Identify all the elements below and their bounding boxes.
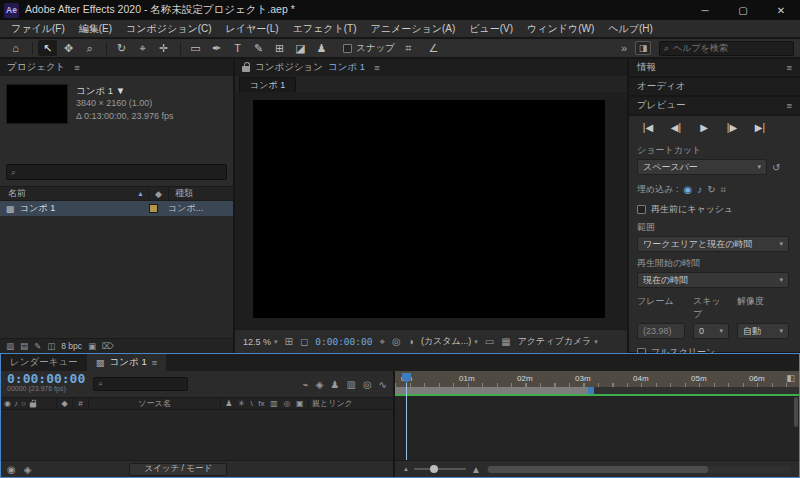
project-panel-header[interactable]: プロジェクト ≡ [0, 59, 233, 76]
minimize-button[interactable]: ─ [686, 0, 724, 20]
shortcut-dropdown[interactable]: スペースバー ▾ [637, 159, 767, 175]
range-dropdown[interactable]: ワークエリアと現在の時間 ▾ [637, 236, 789, 252]
menu-composition[interactable]: コンポジション(C) [119, 20, 219, 37]
magnification-dropdown[interactable]: 12.5 % ▾ [243, 337, 278, 347]
last-frame-button[interactable]: ▶| [749, 122, 771, 133]
selection-tool-icon[interactable]: ↖ [38, 40, 57, 56]
audio-panel-header[interactable]: オーディオ [629, 78, 800, 95]
transparency-grid-icon[interactable]: ▦ [501, 336, 510, 347]
switches-modes-button[interactable]: スイッチ / モード [129, 463, 227, 476]
audio-column-icon[interactable]: ♪ [14, 399, 18, 408]
clone-stamp-tool-icon[interactable]: ⊞ [270, 40, 289, 56]
menu-view[interactable]: ビュー(V) [462, 20, 520, 37]
preview-panel-header[interactable]: プレビュー ≡ [629, 97, 800, 114]
timeline-zoom-slider[interactable] [414, 468, 466, 470]
column-type[interactable]: 種類 [168, 187, 233, 200]
panel-menu-icon[interactable]: ≡ [786, 62, 792, 73]
panel-menu-icon[interactable]: ≡ [786, 100, 792, 111]
zoom-out-mountain-icon[interactable]: ▲ [403, 466, 409, 472]
motion-blur-switch-icon[interactable]: ◎ [283, 399, 290, 408]
cache-before-playback-checkbox[interactable] [637, 205, 646, 214]
shape-tool-icon[interactable]: ▭ [186, 40, 205, 56]
mask-visibility-icon[interactable]: ◻ [300, 336, 308, 347]
timeline-horizontal-scrollbar[interactable] [486, 466, 791, 473]
graph-editor-icon[interactable]: ∿ [379, 379, 387, 390]
pan-behind-tool-icon[interactable]: ✛ [154, 40, 173, 56]
label-column-icon[interactable]: ◆ [61, 399, 67, 408]
next-frame-button[interactable]: |▶ [721, 122, 743, 133]
delete-icon[interactable]: ⌦ [102, 341, 114, 351]
time-ruler[interactable]: 0m 01m 02m 03m 04m 05m 06m ◧ [395, 371, 799, 387]
new-folder-icon[interactable]: ▣ [88, 341, 96, 351]
project-row-comp1[interactable]: ▩ コンポ 1 コンポ... [0, 201, 233, 216]
help-search-input[interactable] [673, 43, 789, 53]
composition-canvas[interactable] [253, 100, 605, 318]
show-snapshot-icon[interactable]: ◎ [392, 336, 401, 347]
interpret-footage-icon[interactable]: ▥ [6, 341, 14, 351]
snap-option-icon[interactable]: ⌗ [399, 40, 418, 56]
include-audio-icon[interactable]: ♪ [697, 184, 702, 195]
brush-tool-icon[interactable]: ✎ [249, 40, 268, 56]
overlays-icon[interactable]: ⌗ [721, 184, 727, 196]
preview-resolution-dropdown[interactable]: 自動 ▾ [737, 323, 789, 339]
expand-layer-switches-icon[interactable]: ◉ [7, 464, 16, 475]
menu-help[interactable]: ヘルプ(H) [601, 20, 660, 37]
work-area-bar[interactable] [395, 387, 591, 394]
eraser-tool-icon[interactable]: ◪ [291, 40, 310, 56]
edit-icon[interactable]: ✎ [34, 341, 41, 351]
framerate-dropdown[interactable]: (23.98) [637, 323, 685, 339]
bit-depth-button[interactable]: 8 bpc [61, 341, 82, 351]
threed-switch-icon[interactable]: ▣ [296, 399, 304, 408]
draft-3d-icon[interactable]: ◈ [316, 379, 324, 390]
panel-menu-icon[interactable]: ≡ [152, 357, 158, 368]
number-column-icon[interactable]: # [78, 399, 82, 408]
orbit-camera-tool-icon[interactable]: ↻ [112, 40, 131, 56]
proxy-icon[interactable]: ▤ [20, 341, 28, 351]
zoom-slider-handle[interactable] [430, 465, 438, 473]
snapshot-icon[interactable]: ⌖ [379, 336, 385, 348]
menu-edit[interactable]: 編集(E) [72, 20, 119, 37]
solo-column-icon[interactable]: ○ [21, 399, 26, 408]
shy-switch-icon[interactable]: ♟ [225, 399, 232, 408]
column-label[interactable]: ◆ [148, 189, 168, 199]
collapse-switch-icon[interactable]: ✳ [238, 399, 245, 408]
horizontal-scrollbar-thumb[interactable] [488, 466, 708, 473]
lock-column-icon[interactable] [30, 402, 36, 407]
expand-transfer-controls-icon[interactable]: ◈ [24, 464, 32, 475]
maximize-button[interactable]: ▢ [724, 0, 762, 20]
include-video-icon[interactable]: ◉ [683, 184, 692, 195]
fx-switch-icon[interactable]: fx [258, 399, 264, 408]
composition-panel-header[interactable]: コンポジション コンポ 1 ≡ [235, 59, 627, 76]
panel-menu-icon[interactable]: ≡ [374, 62, 380, 73]
text-tool-icon[interactable]: T [228, 40, 247, 56]
toolbar-overflow-icon[interactable]: » [621, 42, 627, 54]
zoom-tool-icon[interactable]: ⌕ [80, 40, 99, 56]
pen-tool-icon[interactable]: ✒ [207, 40, 226, 56]
mini-flowchart-icon[interactable]: ⌁ [303, 379, 309, 390]
label-color-chip[interactable] [149, 204, 158, 213]
timeline-current-time[interactable]: 0:00:00:00 [7, 374, 85, 384]
hide-shy-layers-icon[interactable]: ♟ [330, 379, 339, 390]
tab-render-queue[interactable]: レンダーキュー [1, 354, 87, 371]
motion-blur-icon[interactable]: ◎ [363, 379, 372, 390]
hand-tool-icon[interactable]: ✥ [59, 40, 78, 56]
timeline-track-area[interactable] [395, 396, 799, 460]
resolution-dropdown[interactable]: (カスタム...) ▾ [421, 335, 478, 348]
new-comp-icon[interactable]: ◫ [47, 341, 55, 351]
menu-layer[interactable]: レイヤー(L) [219, 20, 286, 37]
comp-marker-bin-icon[interactable]: ◧ [786, 373, 795, 383]
column-name[interactable]: 名前 ▲ [0, 187, 148, 200]
channels-icon[interactable]: ◑ [408, 336, 414, 347]
parent-link-column[interactable]: 親とリンク [312, 398, 353, 409]
snap-angle-icon[interactable]: ∠ [424, 40, 443, 56]
workspace-icon[interactable]: ◨ [635, 41, 651, 55]
play-from-dropdown[interactable]: 現在の時間 ▾ [637, 272, 789, 288]
home-icon[interactable]: ⌂ [6, 40, 25, 56]
video-column-icon[interactable]: ◉ [4, 399, 11, 408]
panel-menu-icon[interactable]: ≡ [74, 62, 80, 73]
tab-timeline-comp1[interactable]: ▩ コンポ 1 ≡ [87, 354, 167, 371]
lock-icon[interactable] [242, 66, 250, 72]
work-area-end-handle[interactable] [588, 387, 594, 394]
play-button[interactable]: ▶ [693, 122, 715, 133]
timeline-vertical-scrollbar[interactable] [794, 397, 798, 427]
